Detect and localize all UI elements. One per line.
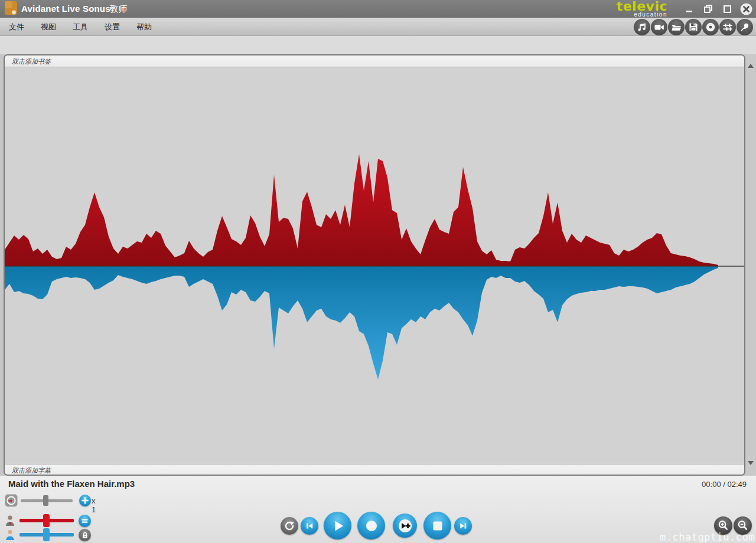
maximize-icon <box>723 5 732 14</box>
video-camera-icon <box>654 22 664 32</box>
menu-item-settings[interactable]: 设置 <box>103 21 122 34</box>
speedometer-icon <box>5 494 18 507</box>
video-camera-button[interactable] <box>651 19 667 35</box>
open-file-button[interactable] <box>668 19 685 35</box>
plus-icon <box>82 497 89 504</box>
speed-slider-handle[interactable] <box>43 495 48 506</box>
record-icon <box>364 518 379 534</box>
maximize-button[interactable] <box>721 2 734 15</box>
spacer-strip <box>0 36 756 54</box>
menu-item-file[interactable]: 文件 <box>7 21 26 34</box>
window-controls <box>683 0 752 18</box>
watermark-text: m.chatgptiu.com <box>660 531 755 543</box>
bookmark-hint-label: 双击添加书签 <box>12 57 51 66</box>
student-avatar-icon <box>5 529 15 541</box>
zoom-out-icon <box>737 519 749 532</box>
control-bar: Maid with the Flaxen Hair.mp3 00:00 / 02… <box>0 476 756 543</box>
menu-items: 文件 视图 工具 设置 帮助 <box>7 18 154 36</box>
restart-icon <box>284 520 295 532</box>
lock-button[interactable] <box>79 529 91 541</box>
mixer-button[interactable] <box>719 19 736 35</box>
restart-button[interactable] <box>281 517 298 535</box>
close-icon <box>740 3 752 15</box>
app-title: Avidanet Live Sonus <box>21 4 110 14</box>
close-button[interactable] <box>739 2 752 15</box>
record-button[interactable] <box>357 512 385 539</box>
teacher-volume-handle[interactable] <box>43 514 50 527</box>
mixer-sliders-icon <box>722 22 733 32</box>
skip-start-button[interactable] <box>301 517 318 535</box>
play-icon <box>330 518 346 534</box>
disc-icon <box>705 22 716 32</box>
teacher-volume-slider[interactable] <box>19 513 76 528</box>
play-button[interactable] <box>324 512 351 539</box>
save-icon <box>688 22 699 32</box>
menu-bar: 文件 视图 工具 设置 帮助 <box>0 18 756 36</box>
title-bar: Avidanet Live Sonus 教师 televic education <box>0 0 756 18</box>
stop-button[interactable] <box>423 512 451 539</box>
teacher-avatar-icon <box>5 515 15 526</box>
lock-icon <box>81 531 89 539</box>
waveform-display[interactable] <box>5 67 744 464</box>
music-note-icon <box>637 22 647 32</box>
speed-value-label: x 1 <box>92 496 96 514</box>
bookmark-track[interactable]: 双击添加书签 <box>5 55 744 67</box>
balance-equal-button[interactable] <box>79 515 91 527</box>
brand-logo: televic education <box>617 0 667 18</box>
save-button[interactable] <box>685 19 702 35</box>
play-plus-icon <box>397 518 413 534</box>
file-name: Maid with the Flaxen Hair.mp3 <box>8 479 135 489</box>
disc-button[interactable] <box>702 19 719 35</box>
equals-icon <box>81 517 89 525</box>
minimize-icon <box>685 5 693 13</box>
subtitle-track[interactable]: 双击添加字幕 <box>5 464 744 476</box>
open-folder-icon <box>671 22 682 32</box>
minimize-button[interactable] <box>683 2 696 15</box>
speed-increase-button[interactable] <box>79 495 91 506</box>
pin-button[interactable] <box>737 19 753 35</box>
app-window: Avidanet Live Sonus 教师 televic education <box>0 0 756 543</box>
stop-icon <box>430 518 445 534</box>
subtitle-hint-label: 双击添加字幕 <box>12 466 51 475</box>
app-logo-icon <box>5 1 17 15</box>
zoom-in-icon <box>717 519 729 532</box>
skip-start-icon <box>304 521 315 531</box>
side-gutter <box>745 54 756 476</box>
scroll-down-icon[interactable] <box>748 461 754 465</box>
restore-button[interactable] <box>702 2 715 15</box>
app-role-label: 教师 <box>109 4 127 15</box>
student-volume-slider[interactable] <box>19 528 76 542</box>
waveform-panel: 双击添加书签 双击添加字幕 <box>4 54 745 476</box>
speed-slider[interactable] <box>21 494 77 507</box>
menu-item-view[interactable]: 视图 <box>39 21 58 34</box>
waveform-graphic <box>5 67 744 464</box>
menu-item-help[interactable]: 帮助 <box>135 21 154 34</box>
time-display: 00:00 / 02:49 <box>702 480 747 489</box>
toolbar <box>634 18 753 36</box>
music-note-button[interactable] <box>634 19 650 35</box>
teacher-volume-row <box>5 513 93 528</box>
student-volume-handle[interactable] <box>43 528 50 541</box>
skip-end-icon <box>458 521 468 531</box>
student-volume-row <box>5 528 93 542</box>
restore-icon <box>703 4 713 14</box>
skip-end-button[interactable] <box>454 517 472 535</box>
pin-icon <box>739 22 750 32</box>
menu-item-tools[interactable]: 工具 <box>71 21 90 34</box>
scroll-up-icon[interactable] <box>748 64 754 68</box>
insert-button[interactable] <box>393 513 417 538</box>
